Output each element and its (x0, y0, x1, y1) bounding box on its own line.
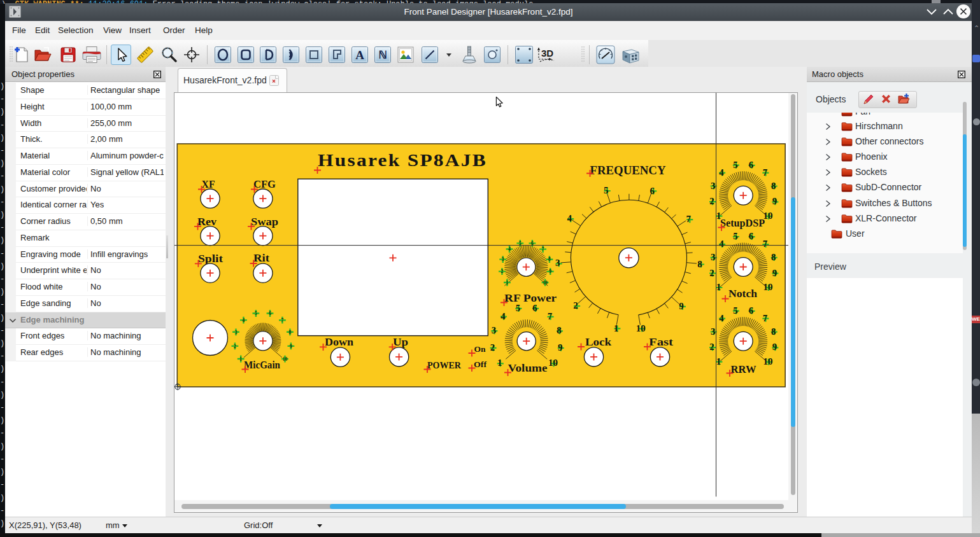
svg-text:7: 7 (763, 313, 768, 323)
svg-text:Split: Split (198, 253, 224, 265)
svg-text:2: 2 (573, 300, 578, 310)
svg-text:RRW: RRW (731, 363, 756, 375)
svg-text:5: 5 (604, 185, 609, 195)
svg-text:4: 4 (567, 213, 572, 223)
svg-text:5: 5 (733, 160, 738, 170)
svg-text:8: 8 (771, 326, 776, 337)
svg-text:3: 3 (502, 256, 504, 262)
svg-text:2: 2 (709, 268, 714, 278)
svg-text:9: 9 (549, 268, 551, 274)
svg-text:8: 8 (548, 256, 551, 262)
svg-text:MicGain: MicGain (244, 359, 280, 370)
svg-text:8: 8 (697, 259, 702, 269)
svg-text:5: 5 (733, 305, 738, 316)
svg-text:1: 1 (497, 358, 502, 368)
svg-text:3: 3 (555, 258, 560, 268)
svg-text:9: 9 (558, 342, 563, 352)
svg-text:Husarek SP8AJB: Husarek SP8AJB (318, 150, 487, 170)
svg-text:5: 5 (516, 303, 521, 313)
svg-text:7: 7 (763, 167, 768, 178)
svg-text:A: A (355, 48, 364, 62)
svg-text:5: 5 (733, 231, 738, 241)
svg-text:2: 2 (709, 342, 714, 352)
svg-text:6: 6 (650, 186, 655, 196)
svg-text:On: On (474, 344, 486, 354)
svg-text:10: 10 (763, 356, 772, 366)
svg-text:XF: XF (202, 179, 215, 190)
svg-text:4: 4 (719, 313, 724, 323)
svg-text:6: 6 (749, 305, 754, 316)
svg-text:3: 3 (711, 181, 716, 191)
svg-text:Rev: Rev (197, 216, 217, 227)
svg-text:10: 10 (763, 282, 772, 292)
svg-text:7: 7 (548, 311, 553, 321)
svg-text:9: 9 (772, 196, 778, 206)
svg-text:Lock: Lock (585, 337, 611, 347)
svg-text:2: 2 (234, 344, 236, 349)
svg-text:9: 9 (290, 344, 292, 349)
svg-text:6: 6 (269, 310, 271, 316)
svg-text:3: 3 (492, 325, 497, 335)
svg-text:8: 8 (557, 325, 562, 335)
svg-text:10: 10 (283, 356, 288, 362)
svg-text:4: 4 (719, 239, 724, 249)
svg-text:2: 2 (501, 268, 504, 274)
svg-text:2: 2 (490, 342, 495, 352)
svg-text:1: 1 (716, 282, 721, 292)
svg-text:6: 6 (532, 303, 537, 313)
svg-text:Swap: Swap (251, 216, 278, 228)
svg-text:7: 7 (763, 239, 768, 249)
svg-text:5: 5 (255, 310, 257, 316)
svg-text:2: 2 (709, 196, 714, 206)
svg-text:1: 1 (716, 356, 721, 366)
svg-text:SetupDSP: SetupDSP (720, 218, 765, 229)
svg-text:FREQUENCY: FREQUENCY (590, 164, 666, 177)
svg-text:7: 7 (686, 214, 692, 224)
svg-text:1: 1 (239, 356, 242, 362)
svg-text:RF Power: RF Power (504, 293, 557, 303)
svg-text:3: 3 (711, 252, 716, 262)
svg-text:3: 3 (711, 326, 716, 337)
svg-text:9: 9 (772, 342, 778, 352)
svg-text:4: 4 (719, 167, 724, 178)
svg-text:7: 7 (542, 246, 544, 252)
svg-text:1: 1 (506, 280, 509, 286)
svg-text:9: 9 (679, 301, 684, 311)
svg-text:CFG: CFG (253, 179, 276, 190)
svg-text:3: 3 (235, 330, 238, 335)
svg-text:Notch: Notch (728, 288, 757, 300)
svg-text:7: 7 (281, 317, 284, 323)
svg-text:10: 10 (636, 323, 646, 333)
svg-text:9: 9 (772, 268, 778, 278)
svg-text:1: 1 (614, 323, 619, 333)
svg-text:Off: Off (474, 359, 487, 369)
svg-text:Down: Down (325, 337, 353, 347)
svg-text:Fast: Fast (649, 337, 674, 347)
svg-text:6: 6 (749, 160, 754, 170)
svg-text:4: 4 (501, 311, 506, 321)
svg-text:8: 8 (289, 330, 292, 335)
svg-text:Volume: Volume (508, 362, 548, 374)
svg-text:10: 10 (548, 358, 558, 368)
svg-text:Up: Up (393, 337, 408, 348)
svg-text:10: 10 (543, 280, 548, 286)
svg-text:8: 8 (771, 181, 776, 191)
svg-text:ℕ: ℕ (378, 49, 387, 61)
svg-text:8: 8 (771, 252, 776, 262)
svg-text:4: 4 (508, 246, 511, 252)
svg-text:4: 4 (243, 317, 245, 323)
svg-text:POWER: POWER (427, 360, 462, 370)
svg-text:3D: 3D (541, 48, 553, 59)
svg-text:6: 6 (749, 231, 754, 241)
svg-text:Rit: Rit (253, 253, 270, 263)
